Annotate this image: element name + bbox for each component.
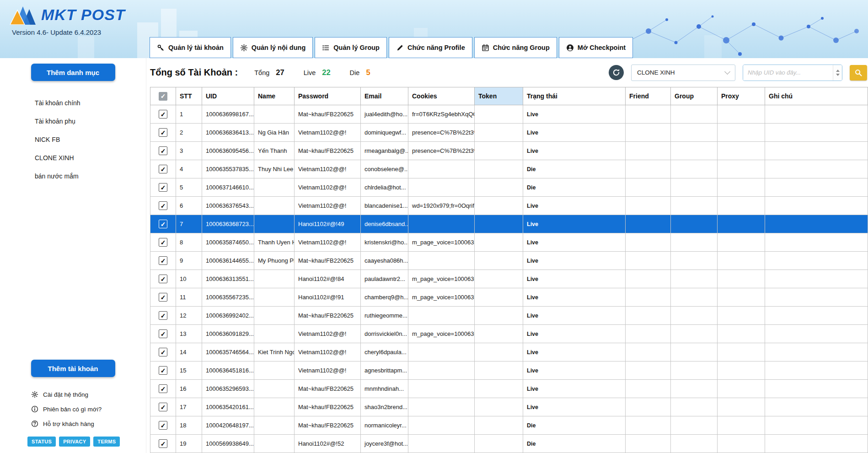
status-button[interactable]: STATUS bbox=[27, 437, 56, 447]
cell-stt: 17 bbox=[176, 398, 202, 416]
key-icon bbox=[157, 44, 165, 52]
select-all-checkbox[interactable] bbox=[159, 92, 167, 101]
cell-email: dominiquegwf... bbox=[361, 124, 408, 142]
cell-stt: 4 bbox=[176, 160, 202, 178]
row-checkbox[interactable] bbox=[159, 128, 167, 137]
cell-ghi-chu bbox=[765, 361, 868, 380]
column-header-uid[interactable]: UID bbox=[202, 87, 254, 105]
column-header-ghi-chu[interactable]: Ghi chú bbox=[765, 87, 868, 105]
table-row[interactable]: 71000636368723...Hanoi1102#@!49denise6db… bbox=[150, 215, 868, 233]
column-header-trang-thai[interactable]: Trạng thái bbox=[523, 87, 626, 105]
row-checkbox[interactable] bbox=[159, 348, 167, 356]
sidebar-item-clone-xinh[interactable]: CLONE XINH bbox=[35, 149, 146, 167]
tab-chuc-nang-profile[interactable]: Chức năng Profile bbox=[389, 37, 472, 58]
sidebar-item-tai-khoan-chinh[interactable]: Tài khoản chính bbox=[35, 94, 146, 112]
column-header-friend[interactable]: Friend bbox=[626, 87, 671, 105]
tab-mo-checkpoint[interactable]: Mở Checkpoint bbox=[559, 37, 633, 58]
cell-friend bbox=[626, 435, 671, 453]
row-checkbox[interactable] bbox=[159, 220, 167, 228]
column-header-password[interactable]: Password bbox=[295, 87, 361, 105]
table-row[interactable]: 141000635746564...Kiet Trinh NgoVietnam1… bbox=[150, 343, 868, 361]
row-checkbox[interactable] bbox=[159, 165, 167, 173]
cell-cookies bbox=[408, 307, 475, 325]
row-checkbox[interactable] bbox=[159, 439, 167, 448]
cell-ghi-chu bbox=[765, 142, 868, 160]
cell-email: dorrisvickiel0n... bbox=[361, 325, 408, 343]
cell-trang-thai: Live bbox=[523, 215, 626, 233]
terms-button[interactable]: TERMS bbox=[93, 437, 120, 447]
row-checkbox[interactable] bbox=[159, 329, 167, 338]
cell-uid: 1000635874650... bbox=[202, 233, 254, 252]
table-row[interactable]: 11000636998167...Mat~khau!FB220625jual4e… bbox=[150, 105, 868, 124]
category-dropdown[interactable]: CLONE XINH bbox=[631, 65, 735, 81]
column-header-email[interactable]: Email bbox=[361, 87, 408, 105]
footer-link-cai-dat-he-thong[interactable]: Cài đặt hệ thống bbox=[0, 387, 146, 402]
refresh-button[interactable] bbox=[609, 65, 624, 80]
cell-uid: 1000636836413... bbox=[202, 124, 254, 142]
table-row[interactable]: 51000637146610...Vietnam1102@@!chlrdelia… bbox=[150, 178, 868, 197]
table-row[interactable]: 131000636091829...Vietnam1102@@!dorrisvi… bbox=[150, 325, 868, 343]
search-button[interactable] bbox=[850, 65, 867, 81]
table-row[interactable]: 61000636376543...Vietnam1102@@!blancaden… bbox=[150, 197, 868, 215]
column-header-token[interactable]: Token bbox=[475, 87, 523, 105]
tab-quan-ly-group[interactable]: Quản lý Group bbox=[315, 37, 387, 58]
tab-quan-ly-tai-khoan[interactable]: Quản lý tài khoản bbox=[150, 37, 231, 58]
cell-ghi-chu bbox=[765, 343, 868, 361]
cell-ghi-chu bbox=[765, 124, 868, 142]
footer-link-phien-ban-co-gi-moi[interactable]: Phiên bản có gì mới? bbox=[0, 402, 146, 416]
row-checkbox[interactable] bbox=[159, 366, 167, 375]
add-category-button[interactable]: Thêm danh mục bbox=[31, 64, 115, 81]
cell-proxy bbox=[718, 142, 765, 160]
row-checkbox[interactable] bbox=[159, 201, 167, 210]
row-checkbox[interactable] bbox=[159, 421, 167, 430]
column-header-stt[interactable]: STT bbox=[176, 87, 202, 105]
row-checkbox[interactable] bbox=[159, 110, 167, 119]
column-header-name[interactable]: Name bbox=[254, 87, 295, 105]
sidebar-item-nick-fb[interactable]: NICK FB bbox=[35, 130, 146, 149]
add-account-button[interactable]: Thêm tài khoản bbox=[31, 360, 115, 377]
row-checkbox[interactable] bbox=[159, 146, 167, 155]
cell-token bbox=[475, 105, 523, 124]
column-header-group[interactable]: Group bbox=[671, 87, 718, 105]
table-row[interactable]: 41000635537835...Thuy Nhi LeeVietnam1102… bbox=[150, 160, 868, 178]
cell-password: Vietnam1102@@! bbox=[295, 343, 361, 361]
uid-search-input[interactable] bbox=[743, 65, 833, 81]
row-checkbox[interactable] bbox=[159, 275, 167, 283]
row-checkbox[interactable] bbox=[159, 293, 167, 302]
spinner-control[interactable] bbox=[833, 65, 842, 81]
cell-password: Vietnam1102@@! bbox=[295, 124, 361, 142]
table-row[interactable]: 101000636313551...Hanoi1102#@!84pauladaw… bbox=[150, 270, 868, 288]
table-row[interactable]: 111000635567235...Hanoi1102#@!91chamberq… bbox=[150, 288, 868, 307]
column-header-cookies[interactable]: Cookies bbox=[408, 87, 475, 105]
column-header-proxy[interactable]: Proxy bbox=[718, 87, 765, 105]
table-row[interactable]: 121000636992402...Mat~khau!FB220625ruthi… bbox=[150, 307, 868, 325]
tab-chuc-nang-group[interactable]: Chức năng Group bbox=[474, 37, 557, 58]
row-checkbox[interactable] bbox=[159, 311, 167, 320]
table-row[interactable]: 181000420648197...Mat~khau!FB220625norma… bbox=[150, 416, 868, 435]
cell-token bbox=[475, 343, 523, 361]
cell-friend bbox=[626, 233, 671, 252]
table-row[interactable]: 91000636144655...My Phuong PhanMat~khau!… bbox=[150, 252, 868, 270]
footer-link-ho-tro-khach-hang[interactable]: Hỗ trợ khách hàng bbox=[0, 416, 146, 431]
row-checkbox[interactable] bbox=[159, 238, 167, 247]
table-row[interactable]: 31000636095456...Yến ThanhMat~khau!FB220… bbox=[150, 142, 868, 160]
table-row[interactable]: 81000635874650...Thanh Uyen H...Vietnam1… bbox=[150, 233, 868, 252]
cell-password: Vietnam1102@@! bbox=[295, 160, 361, 178]
footer-link-label: Cài đặt hệ thống bbox=[43, 391, 88, 398]
row-checkbox[interactable] bbox=[159, 256, 167, 265]
cell-stt: 3 bbox=[176, 142, 202, 160]
row-checkbox[interactable] bbox=[159, 384, 167, 393]
sidebar-item-ban-nuoc-mam[interactable]: bán nước mắm bbox=[35, 167, 146, 185]
row-checkbox[interactable] bbox=[159, 403, 167, 411]
table-row[interactable]: 171000635420161...Mat~khau!FB220625shao3… bbox=[150, 398, 868, 416]
tab-quan-ly-noi-dung[interactable]: Quản lý nội dung bbox=[233, 37, 313, 58]
table-row[interactable]: 21000636836413...Ng Gia HânVietnam1102@@… bbox=[150, 124, 868, 142]
sidebar-item-tai-khoan-phu[interactable]: Tài khoản phụ bbox=[35, 112, 146, 130]
row-checkbox[interactable] bbox=[159, 183, 167, 192]
cell-email: mnmhndinah... bbox=[361, 380, 408, 398]
privacy-button[interactable]: PRIVACY bbox=[59, 437, 90, 447]
table-row[interactable]: 161000635296593...Mat~khau!FB220625mnmhn… bbox=[150, 380, 868, 398]
table-row[interactable]: 151000636451816...Vietnam1102@@!agnesbri… bbox=[150, 361, 868, 380]
table-row[interactable]: 191000569938649...Hanoi1102#@!52joycere3… bbox=[150, 435, 868, 453]
cell-stt: 7 bbox=[176, 215, 202, 233]
